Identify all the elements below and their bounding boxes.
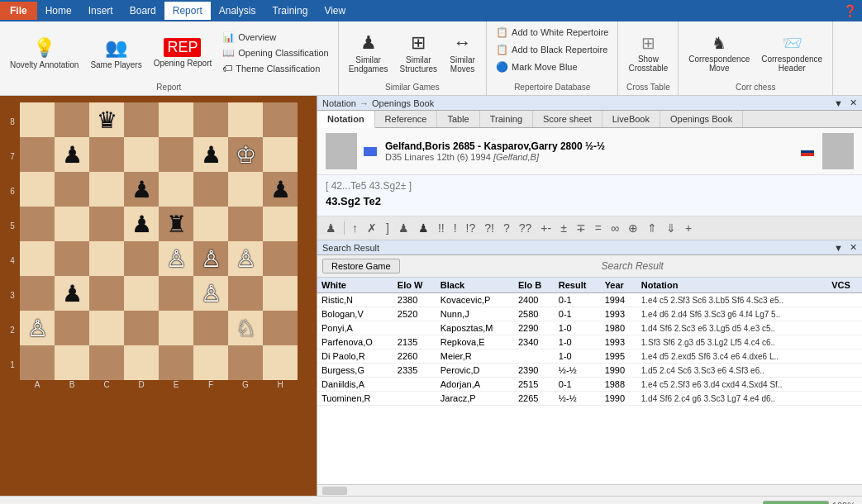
col-elo-w[interactable]: Elo W (393, 278, 436, 293)
square-c5[interactable] (89, 207, 124, 241)
tab-livebook[interactable]: LiveBook (602, 111, 660, 127)
double-exclaim-icon[interactable]: !! (435, 219, 448, 237)
square-a1[interactable] (20, 345, 55, 380)
delete-icon[interactable]: ✗ (364, 219, 380, 237)
square-b5[interactable] (55, 207, 89, 241)
square-a2[interactable]: ♙ (20, 311, 55, 345)
mark-move-blue-btn[interactable]: 🔵 Mark Move Blue (492, 59, 612, 74)
table-row[interactable]: Di Paolo,R 2260 Meier,R 1-0 1995 1.e4 d5… (317, 349, 862, 364)
square-d3[interactable] (124, 276, 159, 311)
menu-analysis[interactable]: Analysis (211, 2, 264, 20)
plus-minus-icon[interactable]: +- (537, 219, 555, 237)
question-exclaim-icon[interactable]: ?! (481, 219, 498, 237)
menu-home[interactable]: Home (37, 2, 80, 20)
h-scroll-track[interactable] (347, 487, 860, 495)
chess-board[interactable]: ♛♟♟♔♟♟♟♜♙♙♙♟♙♙♘ (20, 102, 298, 380)
square-e8[interactable] (159, 102, 193, 137)
square-e5[interactable]: ♜ (159, 207, 193, 241)
square-a3[interactable] (20, 276, 55, 311)
double-question-icon[interactable]: ?? (516, 219, 536, 237)
minus-plus-icon[interactable]: ∓ (573, 219, 589, 237)
col-notation[interactable]: Notation (637, 278, 827, 293)
panel-collapse-btn[interactable]: ▼ (834, 98, 843, 108)
square-g8[interactable] (228, 102, 263, 137)
square-f4[interactable]: ♙ (193, 241, 228, 276)
square-c6[interactable] (89, 172, 124, 207)
square-a4[interactable] (20, 241, 55, 276)
panel-close-btn[interactable]: ✕ (850, 97, 857, 108)
square-a6[interactable] (20, 172, 55, 207)
square-c2[interactable] (89, 311, 124, 345)
equal-icon[interactable]: = (592, 219, 605, 237)
corr-header-btn[interactable]: 📨 CorrespondenceHeader (756, 28, 827, 78)
square-f1[interactable] (193, 345, 228, 380)
infinity-icon[interactable]: ∞ (607, 219, 622, 237)
square-a5[interactable] (20, 207, 55, 241)
menu-report[interactable]: Report (164, 2, 211, 20)
square-f3[interactable]: ♙ (193, 276, 228, 311)
table-row[interactable]: Parfenova,O 2135 Repkova,E 2340 1-0 1993… (317, 335, 862, 349)
square-e3[interactable] (159, 276, 193, 311)
square-c7[interactable] (89, 137, 124, 172)
add-black-repertoire-btn[interactable]: 📋 Add to Black Repertoire (492, 42, 612, 57)
similar-structures-btn[interactable]: ⊞ SimilarStructures (395, 28, 443, 78)
square-e7[interactable] (159, 137, 193, 172)
col-black[interactable]: Black (436, 278, 514, 293)
novelty-annotation-btn[interactable]: 💡 Novelty Annotation (5, 28, 83, 78)
table-row[interactable]: Burgess,G 2335 Perovic,D 2390 ½-½ 1990 1… (317, 364, 862, 378)
square-e4[interactable]: ♙ (159, 241, 193, 276)
square-b4[interactable] (55, 241, 89, 276)
col-vcs[interactable]: VCS (827, 278, 862, 293)
h-scroll-thumb[interactable] (322, 487, 347, 495)
square-d4[interactable] (124, 241, 159, 276)
restore-game-btn[interactable]: Restore Game (322, 259, 400, 273)
square-a7[interactable] (20, 137, 55, 172)
square-g4[interactable]: ♙ (228, 241, 263, 276)
opening-report-btn[interactable]: REP Opening Report (149, 28, 217, 78)
square-h6[interactable]: ♟ (263, 172, 298, 207)
square-g2[interactable]: ♘ (228, 311, 263, 345)
piece-w-icon[interactable]: ♟ (395, 219, 412, 237)
add-white-repertoire-btn[interactable]: 📋 Restore Game Add to White Repertoire (492, 25, 612, 40)
tab-table[interactable]: Table (437, 111, 479, 127)
menu-board[interactable]: Board (121, 2, 164, 20)
square-b3[interactable]: ♟ (55, 276, 89, 311)
square-h7[interactable] (263, 137, 298, 172)
table-row[interactable]: Tuominen,R Jaracz,P 2265 ½-½ 1990 1.d4 S… (317, 392, 862, 406)
corr-move-btn[interactable]: ♞ CorrespondenceMove (683, 28, 755, 78)
bracket-icon[interactable]: ] (383, 219, 393, 237)
table-row[interactable]: Daniildis,A Adorjan,A 2515 0-1 1988 1.e4… (317, 378, 862, 392)
results-table[interactable]: White Elo W Black Elo B Result Year Nota… (317, 278, 862, 484)
square-h2[interactable] (263, 311, 298, 345)
square-e2[interactable] (159, 311, 193, 345)
opening-classification-btn[interactable]: 📖 Opening Classification (218, 45, 332, 60)
show-crosstable-btn[interactable]: ⊞ ShowCrosstable (623, 28, 673, 78)
square-b2[interactable] (55, 311, 89, 345)
tab-notation[interactable]: Notation (317, 111, 375, 128)
col-white[interactable]: White (317, 278, 393, 293)
tab-openingsbook[interactable]: Openings Book (660, 111, 743, 127)
menu-file[interactable]: File (0, 2, 37, 20)
square-g7[interactable]: ♔ (228, 137, 263, 172)
square-e6[interactable] (159, 172, 193, 207)
exclaim-icon[interactable]: ! (450, 219, 460, 237)
tab-training[interactable]: Training (480, 111, 533, 127)
square-h4[interactable] (263, 241, 298, 276)
square-f5[interactable] (193, 207, 228, 241)
arrow-up-icon[interactable]: ↑ (349, 219, 361, 237)
col-year[interactable]: Year (601, 278, 637, 293)
square-h3[interactable] (263, 276, 298, 311)
theme-classification-btn[interactable]: 🏷 Theme Classification (218, 61, 332, 76)
help-icon[interactable]: ❓ (843, 4, 857, 17)
double-down-icon[interactable]: ⇓ (663, 219, 679, 237)
h-scrollbar[interactable] (317, 484, 862, 496)
tab-scoresheet[interactable]: Score sheet (533, 111, 602, 127)
square-c3[interactable] (89, 276, 124, 311)
square-d2[interactable] (124, 311, 159, 345)
square-b6[interactable] (55, 172, 89, 207)
square-g1[interactable] (228, 345, 263, 380)
square-d1[interactable] (124, 345, 159, 380)
col-elo-b[interactable]: Elo B (514, 278, 555, 293)
search-collapse-btn[interactable]: ▼ (834, 243, 843, 253)
menu-training[interactable]: Training (264, 2, 316, 20)
